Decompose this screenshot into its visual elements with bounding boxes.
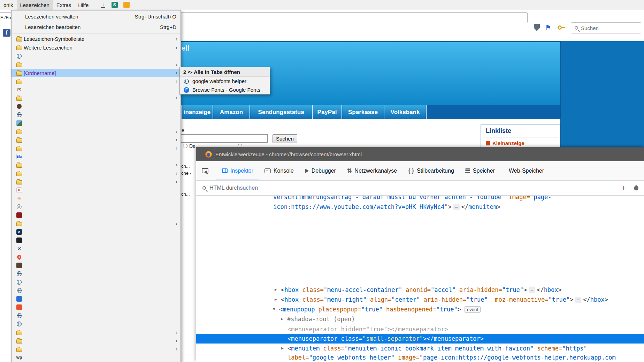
bookmark-menu-item[interactable]: Blu — [12, 152, 181, 161]
menubar-item-extras[interactable]: Extras — [53, 0, 75, 10]
bookmark-menu-item[interactable]: › — [12, 94, 181, 102]
twisty-icon[interactable]: ▶ — [275, 285, 277, 295]
bookmark-menu-item[interactable] — [12, 211, 181, 219]
code-line[interactable]: <menuseparator hidden="true"></menusepar… — [196, 324, 644, 334]
twisty-icon[interactable]: ▶ — [281, 344, 284, 353]
browser-search-input[interactable] — [581, 25, 633, 31]
nav-tab-volksbank[interactable]: Volksbank — [384, 105, 427, 119]
bookmark-menu-item[interactable]: ✉ — [12, 85, 181, 94]
bookmark-menu-item[interactable] — [12, 236, 181, 244]
bookmark-menu-item[interactable] — [12, 261, 181, 270]
code-line[interactable]: verschlimmerungsantrag - darauf musst Du… — [196, 196, 644, 202]
html-search-input[interactable] — [209, 185, 613, 191]
devtools-titlebar[interactable]: Entwicklerwerkzeuge - chrome://browser/c… — [196, 147, 644, 161]
extension-icon-1[interactable]: S — [112, 2, 118, 8]
bookmark-menu-item[interactable]: ✕ — [12, 228, 181, 236]
bookmark-menu-item[interactable]: wp — [12, 353, 181, 362]
code-line[interactable]: ▶<menuitem class="menuitem-iconic bookma… — [196, 344, 644, 353]
nav-tab-sparkasse[interactable]: Sparkasse — [342, 105, 384, 119]
browser-search-box[interactable] — [571, 22, 641, 33]
bookmark-menu-item[interactable] — [12, 102, 181, 111]
code-line[interactable]: ▶#shadow-root (open) — [196, 314, 644, 324]
twisty-icon[interactable]: ▶ — [281, 314, 283, 324]
bookmark-menu-item[interactable]: › — [12, 345, 181, 353]
nav-tab-amazon[interactable]: Amazon — [213, 105, 250, 119]
expand-badge[interactable]: ⋯ — [453, 204, 460, 210]
submenu-item-2-alle-in-tabs-öffnen[interactable]: 2 <- Alle in Tabs öffnen — [180, 67, 270, 77]
bookmark-menu-item[interactable] — [12, 253, 181, 261]
bookmark-menu-item[interactable]: › — [12, 328, 181, 337]
code-line[interactable]: <menuseparator class="small-separator"><… — [196, 334, 644, 344]
menu-item-ordnername[interactable]: [Ordnername]› — [12, 69, 181, 77]
devtools-tab-debugger[interactable]: Debugger — [299, 161, 342, 180]
menu-item-lesezeichen-verwalten[interactable]: Lesezeichen verwaltenStrg+Umschalt+O — [12, 11, 181, 22]
code-line[interactable]: label="google webfonts helper" image="pa… — [196, 353, 644, 362]
devtools-tab-konsole[interactable]: >_Konsole — [259, 161, 299, 180]
devtools-tab-inspektor[interactable]: Inspektor — [216, 161, 259, 180]
facebook-icon[interactable]: f — [3, 29, 10, 37]
bookmark-menu-item[interactable] — [12, 311, 181, 320]
expand-badge[interactable]: ⋯ — [529, 287, 535, 293]
bookmark-menu-item[interactable] — [12, 270, 181, 278]
page-search-button[interactable]: Suchen — [273, 134, 297, 143]
bookmark-menu-item[interactable]: › — [12, 127, 181, 136]
bookmark-menu-item[interactable] — [12, 320, 181, 328]
bookmark-menu-item[interactable] — [12, 111, 181, 119]
bookmark-menu-item[interactable]: › — [12, 136, 181, 144]
bookmark-menu-item[interactable]: › — [12, 219, 181, 228]
nav-tab-inanzeige[interactable]: inanzeige — [181, 105, 213, 119]
element: </ — [461, 203, 468, 210]
bookmark-menu-item[interactable]: › — [12, 60, 181, 69]
submenu-item-google-webfonts-helper[interactable]: google webfonts helper — [180, 77, 270, 85]
bookmark-menu-item[interactable] — [12, 52, 181, 60]
devtools-tab-netzwerkanalyse[interactable]: ⇅Netzwerkanalyse — [342, 161, 402, 180]
menubar-item-lesezeichen[interactable]: Lesezeichen — [17, 0, 53, 10]
pick-element-button[interactable] — [196, 161, 213, 180]
code-line[interactable]: ▶<hbox class="menu-accel-container" anon… — [196, 285, 644, 295]
menu-item-lesezeichen-symbolleiste[interactable]: Lesezeichen-Symbolleiste› — [12, 35, 181, 43]
devtools-tab-stilbearbeitung[interactable]: { }Stilbearbeitung — [402, 161, 460, 180]
bookmark-menu-item[interactable]: R — [12, 186, 181, 194]
key-icon[interactable] — [558, 25, 565, 30]
page-search-input[interactable] — [179, 134, 268, 143]
code-line[interactable]: ▼<menupopup placespopup="true" hasbeenop… — [196, 304, 644, 314]
bookmark-menu-item[interactable] — [12, 278, 181, 286]
bookmark-flag-icon[interactable]: ⚑ — [545, 23, 551, 32]
twisty-icon[interactable]: ▶ — [275, 295, 277, 304]
menubar-item-onik[interactable]: onik — [0, 0, 17, 10]
bookmark-menu-item[interactable] — [12, 286, 181, 295]
devtools-tab-web-speicher[interactable]: Web-Speicher — [500, 161, 550, 180]
radio-button-1[interactable] — [183, 144, 187, 148]
bookmark-menu-item[interactable]: Ⓐ — [12, 203, 181, 211]
code-line[interactable]: icon:https://www.youtube.com/watch?v=pHK… — [196, 202, 644, 212]
event-badge[interactable]: event — [465, 306, 481, 313]
eyedropper-icon[interactable] — [633, 185, 639, 191]
bookmark-menu-item[interactable]: › — [12, 77, 181, 85]
menu-item-lesezeichen-bearbeiten[interactable]: Lesezeichen bearbeitenStrg+D — [12, 22, 181, 32]
create-node-icon[interactable]: + — [621, 184, 626, 192]
bookmark-menu-item[interactable]: › — [12, 178, 181, 186]
element: > — [570, 296, 573, 303]
expand-badge[interactable]: ⋯ — [575, 297, 581, 303]
bookmark-menu-item[interactable]: › — [12, 169, 181, 178]
bookmark-menu-item[interactable]: ✕ — [12, 244, 181, 253]
bookmark-menu-item[interactable] — [12, 119, 181, 127]
menu-item-weitere-lesezeichen[interactable]: Weitere Lesezeichen› — [12, 43, 181, 52]
twisty-icon[interactable]: ▼ — [273, 304, 275, 314]
nav-tab-sendungsstatus[interactable]: Sendungsstatus — [250, 105, 313, 119]
submenu-item-browse-fonts-google-fonts[interactable]: FBrowse Fonts - Google Fonts — [180, 85, 270, 94]
linklist-item[interactable]: Kleinanzeige — [486, 140, 560, 146]
extension-icon-2[interactable] — [123, 2, 130, 8]
bookmark-menu-item[interactable]: ✳ — [12, 194, 181, 203]
nav-tab-paypal[interactable]: PayPal — [313, 105, 342, 119]
bookmark-menu-item[interactable]: › — [12, 161, 181, 169]
bookmark-menu-item[interactable]: › — [12, 144, 181, 152]
download-icon[interactable]: ↓ — [101, 2, 105, 8]
code-line[interactable]: ▶<hbox class="menu-right" align="center"… — [196, 295, 644, 304]
bookmark-menu-item[interactable] — [12, 295, 181, 303]
devtools-tab-speicher[interactable]: Speicher — [460, 161, 500, 180]
menubar-item-hilfe[interactable]: Hilfe — [75, 0, 92, 10]
folder-icon — [16, 37, 22, 42]
bookmark-menu-item[interactable]: › — [12, 337, 181, 345]
bookmark-menu-item[interactable] — [12, 303, 181, 311]
